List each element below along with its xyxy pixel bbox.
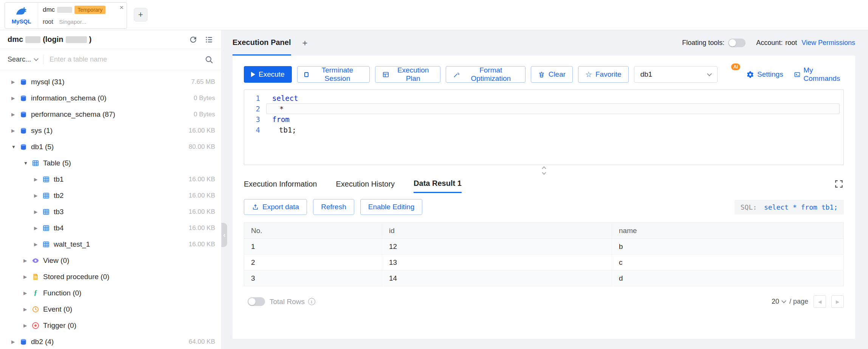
sidebar-item-tb2[interactable]: tb2 16.00 KB xyxy=(0,187,221,204)
add-panel-tab-button[interactable]: + xyxy=(302,38,308,48)
tab-execution-history[interactable]: Execution History xyxy=(336,175,395,193)
page-size-select[interactable]: 20 xyxy=(772,298,786,306)
view-permissions-link[interactable]: View Permissions xyxy=(801,39,855,47)
expand-arrow-icon[interactable] xyxy=(34,226,42,230)
splitter-handle[interactable] xyxy=(542,167,546,174)
clear-button[interactable]: Clear xyxy=(531,66,573,83)
cell-no[interactable]: 1 xyxy=(244,239,382,255)
tree-label: walt_test_1 xyxy=(54,240,90,249)
search-input[interactable] xyxy=(43,56,202,63)
sidebar-item-information-schema[interactable]: information_schema (0) 0 Bytes xyxy=(0,90,221,106)
new-connection-tab-button[interactable]: + xyxy=(134,8,147,22)
cell-name[interactable]: b xyxy=(612,239,844,255)
column-header-no[interactable]: No. xyxy=(244,223,382,239)
refresh-icon[interactable] xyxy=(189,35,198,44)
favorite-button[interactable]: Favorite xyxy=(578,66,629,83)
tab-execution-information[interactable]: Execution Information xyxy=(244,175,317,193)
expand-arrow-icon[interactable] xyxy=(34,177,42,182)
sidebar-item-walt-test-1[interactable]: walt_test_1 16.00 KB xyxy=(0,236,221,252)
panel-splitter[interactable] xyxy=(244,165,844,175)
expand-arrow-icon[interactable] xyxy=(34,242,42,247)
sql-editor[interactable]: 1 2 3 4 select * from tb1; xyxy=(244,90,844,165)
editor-gutter: 1 2 3 4 xyxy=(244,93,266,165)
database-selector[interactable]: db1 xyxy=(634,66,718,83)
database-icon xyxy=(20,78,27,86)
cell-no[interactable]: 2 xyxy=(244,255,382,270)
cell-id[interactable]: 12 xyxy=(382,239,612,255)
sidebar-item-view-group[interactable]: View (0) xyxy=(0,252,221,269)
sidebar-collapse-handle[interactable] xyxy=(222,223,227,247)
terminate-session-button[interactable]: Terminate Session xyxy=(297,66,370,83)
my-commands-button[interactable]: My Commands xyxy=(794,66,844,83)
refresh-button[interactable]: Refresh xyxy=(313,199,354,215)
floating-tools-toggle[interactable] xyxy=(728,39,746,47)
table-row[interactable]: 3 14 d xyxy=(244,270,844,286)
sidebar-item-stored-procedure-group[interactable]: Stored procedure (0) xyxy=(0,269,221,285)
sidebar-item-mysql[interactable]: mysql (31) 7.65 MB xyxy=(0,74,221,90)
info-icon[interactable] xyxy=(308,298,315,305)
close-tab-icon[interactable]: × xyxy=(119,4,124,11)
tab-data-result-1[interactable]: Data Result 1 xyxy=(414,175,462,193)
expand-arrow-icon[interactable] xyxy=(11,128,19,133)
expand-arrow-icon[interactable] xyxy=(34,210,42,214)
cell-name[interactable]: d xyxy=(612,270,844,286)
expand-arrow-icon[interactable] xyxy=(23,258,31,263)
sidebar-item-tb4[interactable]: tb4 16.00 KB xyxy=(0,220,221,236)
sidebar-item-trigger-group[interactable]: Trigger (0) xyxy=(0,317,221,334)
database-selector-value: db1 xyxy=(640,70,653,79)
collapse-arrow-icon[interactable] xyxy=(23,161,31,165)
sidebar-item-event-group[interactable]: Event (0) xyxy=(0,301,221,317)
sidebar-item-tb1[interactable]: tb1 16.00 KB xyxy=(0,171,221,187)
expand-arrow-icon[interactable] xyxy=(23,307,31,312)
wand-icon xyxy=(453,71,460,78)
ai-assistant-button[interactable]: Ai xyxy=(723,67,736,82)
sidebar-item-db2[interactable]: db2 (4) 64.00 KB xyxy=(0,334,221,349)
column-header-name[interactable]: name xyxy=(612,223,844,239)
expand-arrow-icon[interactable] xyxy=(11,340,19,344)
sidebar-item-db1[interactable]: db1 (5) 80.00 KB xyxy=(0,139,221,155)
cell-name[interactable]: c xyxy=(612,255,844,270)
column-header-id[interactable]: id xyxy=(382,223,612,239)
expand-arrow-icon[interactable] xyxy=(23,275,31,279)
connection-tab[interactable]: MySQL dmc Temporary root Singapor... × xyxy=(5,2,127,29)
settings-button[interactable]: Settings xyxy=(746,70,783,79)
sidebar-item-table-group[interactable]: Table (5) xyxy=(0,155,221,171)
cell-id[interactable]: 13 xyxy=(382,255,612,270)
stop-icon xyxy=(304,72,309,77)
tree-label: db1 (5) xyxy=(31,143,54,151)
sidebar-header: dmc (login ) xyxy=(0,30,221,49)
expand-arrow-icon[interactable] xyxy=(34,193,42,198)
tree-label: sys (1) xyxy=(31,127,53,135)
table-row[interactable]: 1 12 b xyxy=(244,239,844,255)
execution-plan-button[interactable]: Execution Plan xyxy=(375,66,440,83)
sidebar-item-sys[interactable]: sys (1) 16.00 KB xyxy=(0,122,221,139)
expand-arrow-icon[interactable] xyxy=(11,80,19,84)
object-list-icon[interactable] xyxy=(205,35,214,44)
tab-execution-panel[interactable]: Execution Panel xyxy=(232,30,291,56)
search-category-select[interactable]: Searc... xyxy=(0,56,43,63)
tree-size: 16.00 KB xyxy=(189,224,215,232)
next-page-button[interactable] xyxy=(831,295,844,308)
expand-arrow-icon[interactable] xyxy=(11,96,19,100)
total-rows-toggle[interactable] xyxy=(248,297,265,306)
format-optimization-button[interactable]: Format Optimization xyxy=(446,66,525,83)
play-icon xyxy=(251,72,255,77)
cell-no[interactable]: 3 xyxy=(244,270,382,286)
execute-button[interactable]: Execute xyxy=(244,66,292,83)
collapse-arrow-icon[interactable] xyxy=(11,145,19,149)
sidebar-item-function-group[interactable]: Function (0) xyxy=(0,285,221,301)
sidebar-item-tb3[interactable]: tb3 16.00 KB xyxy=(0,204,221,220)
table-row[interactable]: 2 13 c xyxy=(244,255,844,270)
search-icon[interactable] xyxy=(205,55,214,64)
prev-page-button[interactable] xyxy=(814,295,826,308)
export-data-button[interactable]: Export data xyxy=(244,199,307,215)
tree-size: 16.00 KB xyxy=(189,208,215,216)
cell-id[interactable]: 14 xyxy=(382,270,612,286)
expand-arrow-icon[interactable] xyxy=(23,323,31,328)
sidebar-item-performance-schema[interactable]: performance_schema (87) 0 Bytes xyxy=(0,106,221,122)
editor-code[interactable]: select * from tb1; xyxy=(266,93,843,165)
fullscreen-icon[interactable] xyxy=(834,179,844,189)
expand-arrow-icon[interactable] xyxy=(23,291,31,295)
expand-arrow-icon[interactable] xyxy=(11,112,19,117)
enable-editing-button[interactable]: Enable Editing xyxy=(360,199,423,215)
